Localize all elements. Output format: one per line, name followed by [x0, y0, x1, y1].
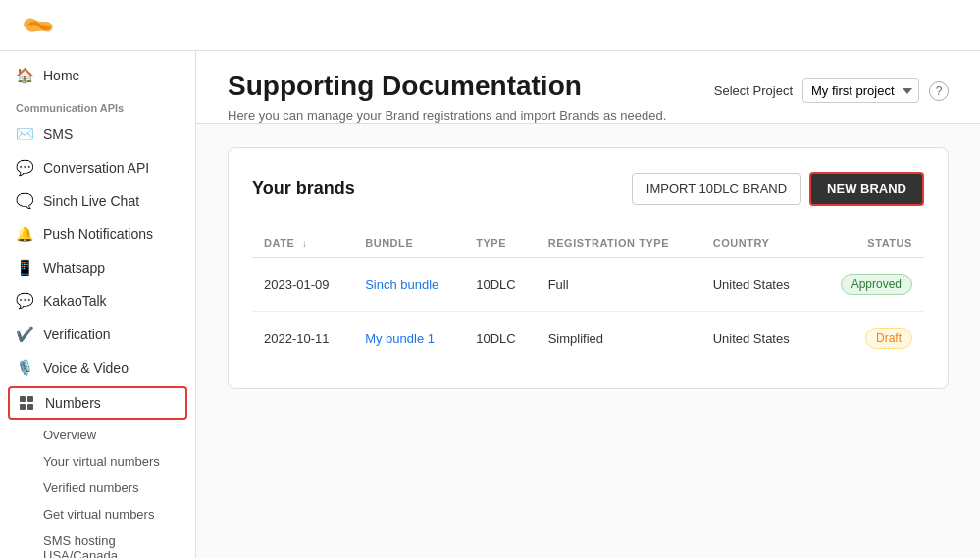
- cell-status: Draft: [815, 312, 924, 366]
- import-brand-button[interactable]: IMPORT 10DLC BRAND: [632, 173, 801, 205]
- sub-item-sms-hosting[interactable]: SMS hosting USA/Canada: [0, 528, 195, 558]
- home-icon: 🏠: [16, 67, 33, 84]
- page-header-area: Supporting Documentation Here you can ma…: [196, 51, 980, 124]
- main-content: Supporting Documentation Here you can ma…: [196, 51, 980, 558]
- col-type: TYPE: [464, 229, 536, 258]
- new-brand-button[interactable]: NEW BRAND: [809, 172, 924, 206]
- live-chat-icon: 🗨️: [16, 192, 33, 210]
- select-project-label: Select Project: [714, 83, 793, 98]
- col-status: STATUS: [815, 229, 924, 258]
- sidebar-item-numbers[interactable]: Numbers: [8, 386, 187, 420]
- sub-item-virtual-numbers[interactable]: Your virtual numbers: [0, 448, 195, 475]
- help-icon[interactable]: ?: [929, 81, 949, 101]
- live-chat-label: Sinch Live Chat: [43, 193, 139, 209]
- verification-label: Verification: [43, 327, 110, 342]
- col-reg-type: REGISTRATION TYPE: [537, 229, 701, 258]
- numbers-sub-items: Overview Your virtual numbers Verified n…: [0, 422, 195, 558]
- svg-rect-1: [27, 396, 33, 402]
- status-badge: Draft: [865, 328, 912, 349]
- cell-status: Approved: [815, 258, 924, 312]
- brands-actions: IMPORT 10DLC BRAND NEW BRAND: [632, 172, 924, 206]
- page-title: Supporting Documentation: [228, 71, 666, 102]
- cell-reg-type: Simplified: [537, 312, 701, 366]
- page-subtitle: Here you can manage your Brand registrat…: [228, 108, 666, 123]
- sub-item-overview[interactable]: Overview: [0, 422, 195, 448]
- svg-rect-0: [20, 396, 26, 402]
- top-header: [0, 0, 980, 51]
- home-label: Home: [43, 68, 79, 83]
- sub-item-verified-numbers[interactable]: Verified numbers: [0, 475, 195, 501]
- cell-date: 2022-10-11: [252, 312, 353, 366]
- cell-type: 10DLC: [464, 312, 536, 366]
- sidebar-item-voice[interactable]: 🎙️ Voice & Video: [0, 351, 195, 384]
- table-row: 2023-01-09 Sinch bundle 10DLC Full Unite…: [252, 258, 924, 312]
- cell-reg-type: Full: [537, 258, 701, 312]
- col-date: DATE ↓: [252, 229, 353, 258]
- verification-icon: ✔️: [16, 326, 33, 343]
- brands-header: Your brands IMPORT 10DLC BRAND NEW BRAND: [252, 172, 924, 206]
- sidebar-item-home[interactable]: 🏠 Home: [0, 59, 195, 92]
- bundle-link[interactable]: Sinch bundle: [365, 278, 438, 292]
- voice-label: Voice & Video: [43, 360, 129, 376]
- svg-rect-2: [20, 404, 26, 410]
- project-select[interactable]: My first project: [802, 78, 919, 103]
- sms-label: SMS: [43, 127, 73, 142]
- sub-item-get-virtual[interactable]: Get virtual numbers: [0, 501, 195, 528]
- kakao-icon: 💬: [16, 292, 33, 310]
- brands-card: Your brands IMPORT 10DLC BRAND NEW BRAND…: [228, 147, 949, 389]
- table-header: DATE ↓ BUNDLE TYPE REGISTRATION TYPE COU…: [252, 229, 924, 258]
- cell-bundle[interactable]: My bundle 1: [353, 312, 464, 366]
- brands-title: Your brands: [252, 178, 355, 199]
- conversation-icon: 💬: [16, 159, 33, 177]
- sort-icon: ↓: [302, 238, 308, 249]
- sinch-logo: [16, 10, 63, 41]
- svg-rect-3: [27, 404, 33, 410]
- whatsapp-label: Whatsapp: [43, 260, 105, 276]
- bundle-link[interactable]: My bundle 1: [365, 331, 435, 346]
- sidebar-item-push[interactable]: 🔔 Push Notifications: [0, 218, 195, 251]
- sidebar-item-sms[interactable]: ✉️ SMS: [0, 118, 195, 151]
- brands-tbody: 2023-01-09 Sinch bundle 10DLC Full Unite…: [252, 258, 924, 366]
- kakao-label: KakaoTalk: [43, 293, 107, 309]
- page-title-section: Supporting Documentation Here you can ma…: [228, 71, 666, 123]
- sidebar-item-whatsapp[interactable]: 📱 Whatsapp: [0, 251, 195, 284]
- conversation-label: Conversation API: [43, 160, 149, 176]
- whatsapp-icon: 📱: [16, 259, 33, 277]
- push-icon: 🔔: [16, 226, 33, 243]
- main-layout: 🏠 Home Communication APIs ✉️ SMS 💬 Conve…: [0, 51, 980, 558]
- content-area: Your brands IMPORT 10DLC BRAND NEW BRAND…: [196, 124, 980, 413]
- numbers-label: Numbers: [45, 395, 101, 411]
- sidebar-item-kakao[interactable]: 💬 KakaoTalk: [0, 284, 195, 318]
- table-row: 2022-10-11 My bundle 1 10DLC Simplified …: [252, 312, 924, 366]
- cell-country: United States: [701, 258, 815, 312]
- cell-country: United States: [701, 312, 815, 366]
- brands-table: DATE ↓ BUNDLE TYPE REGISTRATION TYPE COU…: [252, 229, 924, 365]
- col-bundle: BUNDLE: [353, 229, 464, 258]
- sidebar-item-live-chat[interactable]: 🗨️ Sinch Live Chat: [0, 184, 195, 218]
- sidebar: 🏠 Home Communication APIs ✉️ SMS 💬 Conve…: [0, 51, 196, 558]
- comm-apis-label: Communication APIs: [0, 92, 195, 118]
- sms-icon: ✉️: [16, 126, 33, 143]
- push-label: Push Notifications: [43, 227, 153, 242]
- select-project-row: Select Project My first project ?: [714, 71, 949, 103]
- status-badge: Approved: [841, 274, 912, 295]
- sidebar-item-verification[interactable]: ✔️ Verification: [0, 318, 195, 351]
- voice-icon: 🎙️: [16, 359, 33, 377]
- col-country: COUNTRY: [701, 229, 815, 258]
- numbers-icon: [18, 394, 35, 412]
- cell-date: 2023-01-09: [252, 258, 353, 312]
- sidebar-item-conversation[interactable]: 💬 Conversation API: [0, 151, 195, 184]
- cell-type: 10DLC: [464, 258, 536, 312]
- cell-bundle[interactable]: Sinch bundle: [353, 258, 464, 312]
